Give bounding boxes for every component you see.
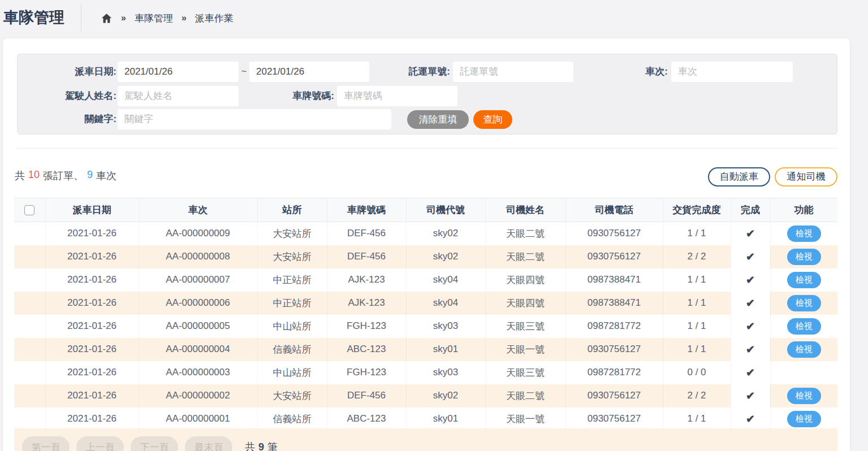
cell-driver-code: sky03 bbox=[406, 315, 485, 338]
breadcrumb: » 車隊管理 » 派車作業 bbox=[101, 10, 234, 26]
trip-no-label: 車次: bbox=[606, 62, 668, 82]
cell-driver-name: 天眼一號 bbox=[485, 407, 565, 431]
column-header-10: 功能 bbox=[770, 198, 837, 222]
page-button-4[interactable]: 最末頁 bbox=[185, 436, 232, 451]
cell-station: 中正站所 bbox=[257, 268, 327, 292]
row-select-cell bbox=[14, 315, 45, 338]
waybill-no-label: 託運單號: bbox=[382, 62, 450, 82]
cell-station: 中山站所 bbox=[257, 361, 327, 384]
cell-action: 檢視 bbox=[770, 245, 837, 268]
cell-plate-no: DEF-456 bbox=[327, 245, 406, 268]
table-row: 2021-01-26AA-000000003中山站所FGH-123sky03天眼… bbox=[14, 361, 837, 384]
total-count: 9 bbox=[258, 436, 264, 451]
driver-name-input[interactable] bbox=[118, 86, 239, 106]
clear-button[interactable]: 清除重填 bbox=[407, 110, 469, 129]
summary-middle: 張訂單、 bbox=[43, 169, 84, 183]
main-card: 派車日期: ~ 託運單號: 車次: 駕駛人姓名: 車牌號碼: 關鍵字: 清除重填… bbox=[3, 38, 850, 451]
cell-progress: 1 / 1 bbox=[663, 222, 731, 245]
select-all-checkbox[interactable] bbox=[24, 205, 34, 215]
dispatch-date-to-input[interactable] bbox=[249, 62, 369, 82]
keyword-input[interactable] bbox=[118, 109, 391, 129]
check-icon: ✔ bbox=[746, 228, 755, 240]
cell-done: ✔ bbox=[731, 338, 770, 361]
view-button[interactable]: 檢視 bbox=[787, 226, 821, 242]
cell-action: 檢視 bbox=[770, 268, 837, 292]
row-select-cell bbox=[14, 407, 45, 431]
cell-driver-name: 天眼一號 bbox=[485, 338, 565, 361]
filter-panel: 派車日期: ~ 託運單號: 車次: 駕駛人姓名: 車牌號碼: 關鍵字: 清除重填… bbox=[17, 54, 837, 135]
plate-no-input[interactable] bbox=[337, 86, 457, 106]
cell-driver-phone: 0930756127 bbox=[565, 384, 663, 407]
cell-progress: 1 / 1 bbox=[663, 315, 731, 338]
summary-suffix: 車次 bbox=[96, 169, 116, 183]
column-header-2: 車次 bbox=[139, 198, 257, 222]
cell-trip-no: AA-000000003 bbox=[139, 361, 257, 384]
cell-dispatch-date: 2021-01-26 bbox=[45, 407, 139, 431]
notify-driver-button[interactable]: 通知司機 bbox=[775, 167, 837, 187]
row-select-cell bbox=[14, 268, 45, 292]
cell-trip-no: AA-000000002 bbox=[139, 384, 257, 407]
cell-station: 信義站所 bbox=[257, 407, 327, 431]
view-button[interactable]: 檢視 bbox=[787, 272, 821, 288]
row-select-cell bbox=[14, 338, 45, 361]
cell-done: ✔ bbox=[731, 245, 770, 268]
cell-dispatch-date: 2021-01-26 bbox=[45, 222, 139, 245]
cell-dispatch-date: 2021-01-26 bbox=[45, 384, 139, 407]
breadcrumb-item-fleet[interactable]: 車隊管理 bbox=[135, 12, 173, 25]
cell-action: 檢視 bbox=[770, 338, 837, 361]
check-icon: ✔ bbox=[746, 390, 755, 402]
table-row: 2021-01-26AA-000000008大安站所DEF-456sky02天眼… bbox=[14, 245, 837, 268]
view-button[interactable]: 檢視 bbox=[787, 249, 821, 265]
breadcrumb-item-dispatch[interactable]: 派車作業 bbox=[195, 12, 234, 25]
search-button[interactable]: 查詢 bbox=[473, 110, 512, 129]
cell-dispatch-date: 2021-01-26 bbox=[45, 292, 139, 315]
cell-progress: 1 / 1 bbox=[663, 407, 731, 431]
cell-driver-phone: 0930756127 bbox=[565, 222, 663, 245]
cell-done: ✔ bbox=[731, 361, 770, 384]
view-button[interactable]: 檢視 bbox=[787, 411, 821, 427]
page-button-1[interactable]: 第一頁 bbox=[22, 436, 70, 451]
cell-action: 檢視 bbox=[770, 222, 837, 245]
check-icon: ✔ bbox=[746, 297, 755, 309]
title-divider bbox=[81, 3, 81, 32]
waybill-no-input[interactable] bbox=[453, 62, 573, 82]
check-icon: ✔ bbox=[746, 251, 755, 263]
cell-plate-no: AJK-123 bbox=[327, 268, 406, 292]
cell-progress: 1 / 1 bbox=[663, 338, 731, 361]
column-header-8: 交貨完成度 bbox=[663, 198, 731, 222]
cell-driver-code: sky02 bbox=[406, 222, 485, 245]
order-count: 10 bbox=[28, 169, 40, 183]
cell-driver-name: 天眼二號 bbox=[485, 222, 565, 245]
home-icon[interactable] bbox=[101, 12, 113, 24]
cell-station: 中山站所 bbox=[257, 315, 327, 338]
cell-action: 檢視 bbox=[770, 384, 837, 407]
cell-dispatch-date: 2021-01-26 bbox=[45, 338, 139, 361]
cell-driver-code: sky01 bbox=[406, 338, 485, 361]
cell-station: 大安站所 bbox=[257, 384, 327, 407]
pagination: 第一頁上一頁下一頁最末頁 共 9 筆 bbox=[14, 428, 837, 451]
view-button[interactable]: 檢視 bbox=[787, 295, 821, 311]
column-header-6: 司機姓名 bbox=[485, 198, 565, 222]
cell-driver-code: sky01 bbox=[406, 407, 485, 431]
trip-no-input[interactable] bbox=[671, 62, 793, 82]
cell-action: 檢視 bbox=[770, 292, 837, 315]
cell-progress: 2 / 2 bbox=[663, 245, 731, 268]
dispatch-date-from-input[interactable] bbox=[118, 62, 239, 82]
cell-driver-name: 天眼二號 bbox=[485, 245, 565, 268]
cell-plate-no: FGH-123 bbox=[327, 315, 406, 338]
page-button-2[interactable]: 上一頁 bbox=[76, 436, 124, 451]
auto-dispatch-button[interactable]: 自動派車 bbox=[708, 167, 770, 187]
view-button[interactable]: 檢視 bbox=[787, 388, 821, 404]
table-row: 2021-01-26AA-000000004信義站所ABC-123sky01天眼… bbox=[14, 338, 837, 361]
cell-plate-no: ABC-123 bbox=[327, 407, 406, 431]
view-button[interactable]: 檢視 bbox=[787, 318, 821, 335]
cell-driver-code: sky03 bbox=[406, 361, 485, 384]
cell-driver-phone: 0930756127 bbox=[565, 245, 663, 268]
page-button-3[interactable]: 下一頁 bbox=[131, 436, 178, 451]
view-button[interactable]: 檢視 bbox=[787, 341, 821, 358]
cell-trip-no: AA-000000006 bbox=[139, 292, 257, 315]
cell-done: ✔ bbox=[731, 407, 770, 431]
cell-driver-phone: 0987388471 bbox=[565, 268, 663, 292]
row-select-cell bbox=[14, 245, 45, 268]
check-icon: ✔ bbox=[746, 367, 755, 379]
